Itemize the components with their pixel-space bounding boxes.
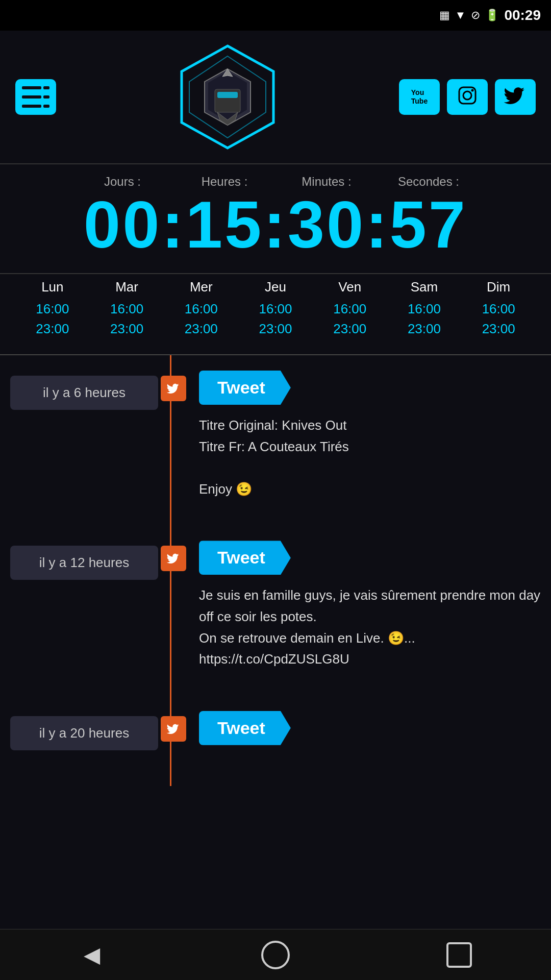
day-ven-label: Ven <box>313 279 387 295</box>
day-jeu: Jeu 16:00 23:00 <box>238 279 313 339</box>
feed: il y a 6 heures Tweet Titre Original: Kn… <box>0 355 551 786</box>
vibrate-icon: ▦ <box>439 9 450 22</box>
battery-icon: 🔋 <box>485 9 499 22</box>
twitter-dot-3 <box>161 716 186 742</box>
day-mar-label: Mar <box>90 279 164 295</box>
home-button[interactable] <box>255 935 296 975</box>
timeline-dot-2 <box>158 541 189 571</box>
instagram-icon <box>457 85 478 109</box>
feed-content-3: Tweet <box>189 711 541 755</box>
day-lun: Lun 16:00 23:00 <box>15 279 90 339</box>
logo-container <box>171 41 284 153</box>
tweet-button-1[interactable]: Tweet <box>199 371 291 405</box>
svg-rect-1 <box>22 95 41 99</box>
svg-rect-2 <box>22 105 41 108</box>
day-lun-time1: 16:00 <box>15 299 90 319</box>
recents-button[interactable] <box>439 935 480 975</box>
header-left <box>15 79 56 115</box>
label-jours: Jours : <box>71 175 173 189</box>
tweet-button-2[interactable]: Tweet <box>199 541 291 575</box>
twitter-dot-1 <box>161 376 186 401</box>
timer-display: 00:15:30:57 <box>10 191 541 258</box>
wifi-icon: ▼ <box>455 9 466 22</box>
day-lun-time2: 23:00 <box>15 319 90 339</box>
day-jeu-time2: 23:00 <box>238 319 313 339</box>
tweet-button-3[interactable]: Tweet <box>199 711 291 745</box>
feed-item-1: il y a 6 heures Tweet Titre Original: Kn… <box>0 355 551 510</box>
day-sam-time1: 16:00 <box>387 299 462 319</box>
twitter-dot-icon-2 <box>166 552 181 565</box>
timeline-dot-1 <box>158 371 189 401</box>
day-dim-time1: 16:00 <box>461 299 536 319</box>
svg-rect-0 <box>22 86 41 89</box>
header: YouTube <box>0 31 551 164</box>
day-mer-time2: 23:00 <box>164 319 238 339</box>
day-lun-label: Lun <box>15 279 90 295</box>
svg-rect-11 <box>217 92 238 98</box>
svg-point-15 <box>463 91 471 100</box>
day-mer-label: Mer <box>164 279 238 295</box>
day-jeu-label: Jeu <box>238 279 313 295</box>
tweet-text-2: Je suis en famille guys, je vais sûremen… <box>199 585 541 670</box>
day-ven: Ven 16:00 23:00 <box>313 279 387 339</box>
back-button[interactable]: ◀ <box>71 935 112 975</box>
header-center <box>171 41 284 153</box>
feed-time-3: il y a 20 heures <box>10 716 158 750</box>
status-bar: ▦ ▼ ⊘ 🔋 00:29 <box>0 0 551 31</box>
menu-icon <box>22 83 49 111</box>
twitter-dot-icon-1 <box>166 382 181 395</box>
feed-item-3: il y a 20 heures Tweet <box>0 696 551 766</box>
label-secondes: Secondes : <box>378 175 480 189</box>
twitter-header-button[interactable] <box>495 79 536 115</box>
youtube-label: YouTube <box>411 88 428 106</box>
app-logo <box>171 41 284 153</box>
day-jeu-time1: 16:00 <box>238 299 313 319</box>
home-icon <box>261 941 290 969</box>
timeline-dot-3 <box>158 711 189 742</box>
day-sam-label: Sam <box>387 279 462 295</box>
svg-rect-5 <box>43 105 49 108</box>
twitter-dot-2 <box>161 546 186 571</box>
tweet-text-1: Titre Original: Knives Out Titre Fr: A C… <box>199 415 541 500</box>
status-time: 00:29 <box>504 7 541 23</box>
timer-section: Jours : Heures : Minutes : Secondes : 00… <box>0 164 551 274</box>
svg-point-16 <box>471 89 474 92</box>
timer-labels: Jours : Heures : Minutes : Secondes : <box>10 175 541 189</box>
day-dim: Dim 16:00 23:00 <box>461 279 536 339</box>
feed-time-2: il y a 12 heures <box>10 546 158 580</box>
menu-button[interactable] <box>15 79 56 115</box>
schedule: Lun 16:00 23:00 Mar 16:00 23:00 Mer 16:0… <box>0 274 551 355</box>
recents-icon <box>446 942 472 968</box>
day-dim-label: Dim <box>461 279 536 295</box>
svg-rect-3 <box>43 86 49 89</box>
nav-bar: ◀ <box>0 929 551 980</box>
label-minutes: Minutes : <box>276 175 378 189</box>
day-mar-time1: 16:00 <box>90 299 164 319</box>
feed-content-2: Tweet Je suis en famille guys, je vais s… <box>189 541 541 670</box>
day-mer: Mer 16:00 23:00 <box>164 279 238 339</box>
day-ven-time1: 16:00 <box>313 299 387 319</box>
feed-content-1: Tweet Titre Original: Knives Out Titre F… <box>189 371 541 500</box>
day-ven-time2: 23:00 <box>313 319 387 339</box>
label-heures: Heures : <box>173 175 276 189</box>
twitter-header-icon <box>504 84 527 110</box>
signal-icon: ⊘ <box>471 9 480 22</box>
day-sam-time2: 23:00 <box>387 319 462 339</box>
feed-time-1: il y a 6 heures <box>10 376 158 410</box>
days-row: Lun 16:00 23:00 Mar 16:00 23:00 Mer 16:0… <box>15 279 536 339</box>
youtube-button[interactable]: YouTube <box>399 79 440 115</box>
day-mar-time2: 23:00 <box>90 319 164 339</box>
back-icon: ◀ <box>84 942 100 967</box>
twitter-dot-icon-3 <box>166 722 181 736</box>
day-mar: Mar 16:00 23:00 <box>90 279 164 339</box>
day-mer-time1: 16:00 <box>164 299 238 319</box>
instagram-button[interactable] <box>447 79 488 115</box>
feed-item-2: il y a 12 heures Tweet Je suis en famill… <box>0 525 551 680</box>
svg-rect-4 <box>43 95 49 99</box>
day-sam: Sam 16:00 23:00 <box>387 279 462 339</box>
header-right: YouTube <box>399 79 536 115</box>
day-dim-time2: 23:00 <box>461 319 536 339</box>
